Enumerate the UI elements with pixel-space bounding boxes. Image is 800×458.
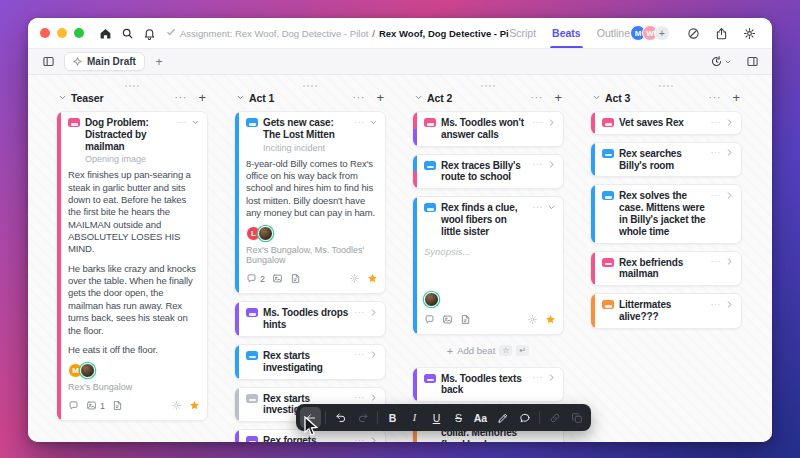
text-style-button[interactable]: Aa xyxy=(470,407,491,428)
favorite-star-icon[interactable] xyxy=(367,270,378,288)
expand-card-icon[interactable] xyxy=(547,118,556,127)
script-note-icon[interactable] xyxy=(112,397,123,415)
photo-avatar[interactable] xyxy=(258,226,273,241)
home-icon[interactable] xyxy=(94,22,116,44)
column-menu-icon[interactable]: ··· xyxy=(174,93,187,103)
add-card-button[interactable]: + xyxy=(554,91,562,104)
beat-synopsis-paragraph[interactable]: He eats it off the floor. xyxy=(68,344,200,356)
card-settings-gear-icon[interactable] xyxy=(349,270,360,288)
expand-card-icon[interactable] xyxy=(369,350,378,359)
column-drag-handle[interactable] xyxy=(302,85,318,87)
back-button[interactable] xyxy=(300,407,321,428)
card-menu-icon[interactable]: ··· xyxy=(711,118,722,127)
draft-tab-main-draft[interactable]: Main Draft xyxy=(64,52,145,71)
search-icon[interactable] xyxy=(116,22,138,44)
card-menu-icon[interactable]: ··· xyxy=(711,257,722,266)
expand-card-icon[interactable] xyxy=(547,373,556,382)
bold-button[interactable]: B xyxy=(382,407,403,428)
column-drag-handle[interactable] xyxy=(480,85,496,87)
beat-card[interactable]: Rex forgets anniversary, Ms. Toodles is … xyxy=(234,429,386,442)
minimize-window-button[interactable] xyxy=(57,28,67,38)
tab-beats[interactable]: Beats xyxy=(552,18,581,48)
card-menu-icon[interactable]: ··· xyxy=(355,436,366,442)
beat-card[interactable]: Rex solves the case. Mittens were in Bil… xyxy=(590,184,742,243)
notifications-bell-icon[interactable] xyxy=(138,22,160,44)
add-card-button[interactable]: + xyxy=(376,91,384,104)
add-card-button[interactable]: + xyxy=(198,91,206,104)
version-history-button[interactable] xyxy=(710,55,732,68)
italic-button[interactable]: I xyxy=(404,407,425,428)
card-menu-icon[interactable]: ··· xyxy=(355,393,366,402)
script-note-icon[interactable] xyxy=(460,311,471,329)
beat-card[interactable]: Dog Problem: Distracted by mailman···Ope… xyxy=(56,111,208,421)
highlight-button[interactable] xyxy=(492,407,513,428)
beat-card[interactable]: Ms. Toodles drops hints··· xyxy=(234,301,386,337)
beat-card[interactable]: Ms. Toodles texts back··· xyxy=(412,367,564,403)
column-menu-icon[interactable]: ··· xyxy=(352,93,365,103)
add-card-button[interactable]: + xyxy=(732,91,740,104)
comment-button[interactable] xyxy=(514,407,535,428)
focus-mode-icon[interactable] xyxy=(682,22,704,44)
beat-synopsis-paragraph[interactable]: Rex finishes up pan-searing a steak in g… xyxy=(68,169,200,255)
add-draft-button[interactable]: + xyxy=(151,55,167,69)
add-beat-button[interactable]: +Add beat☆↵ xyxy=(412,342,564,360)
column-drag-handle[interactable] xyxy=(658,85,674,87)
comment-icon[interactable] xyxy=(246,270,257,288)
favorite-star-icon[interactable] xyxy=(189,397,200,415)
column-collapse-icon[interactable] xyxy=(592,93,601,102)
expand-card-icon[interactable] xyxy=(725,300,734,309)
beat-card[interactable]: Ms. Toodles won't answer calls··· xyxy=(412,111,564,147)
favorite-star-icon[interactable] xyxy=(545,311,556,329)
column-collapse-icon[interactable] xyxy=(414,93,423,102)
undo-button[interactable] xyxy=(330,407,351,428)
beat-card[interactable]: Rex starts investigating··· xyxy=(234,344,386,380)
card-settings-gear-icon[interactable] xyxy=(171,397,182,415)
beat-card[interactable]: Rex befriends mailman··· xyxy=(590,251,742,287)
share-icon[interactable] xyxy=(710,22,732,44)
beat-card[interactable]: Rex finds a clue, wool fibers on little … xyxy=(412,196,564,334)
add-collaborator-button[interactable]: + xyxy=(654,25,670,41)
expand-card-icon[interactable] xyxy=(725,148,734,157)
synopsis-placeholder[interactable]: Synopsis... xyxy=(424,246,556,257)
column-collapse-icon[interactable] xyxy=(58,93,67,102)
card-menu-icon[interactable]: ··· xyxy=(533,118,544,127)
breadcrumb[interactable]: Assignment: Rex Woof, Dog Detective - Pi… xyxy=(166,27,509,39)
tab-outline[interactable]: Outline xyxy=(597,18,630,48)
beat-card[interactable]: Rex searches Billy's room··· xyxy=(590,142,742,178)
collapse-card-icon[interactable] xyxy=(547,203,556,212)
expand-card-icon[interactable] xyxy=(725,118,734,127)
card-menu-icon[interactable]: ··· xyxy=(533,203,544,212)
card-menu-icon[interactable]: ··· xyxy=(355,118,366,127)
image-attachment-icon[interactable] xyxy=(442,311,453,329)
underline-button[interactable]: U xyxy=(426,407,447,428)
collapse-card-icon[interactable] xyxy=(191,118,200,127)
expand-card-icon[interactable] xyxy=(547,160,556,169)
beat-synopsis-paragraph[interactable]: He barks like crazy and knocks over the … xyxy=(68,263,200,337)
image-attachment-icon[interactable] xyxy=(272,270,283,288)
card-menu-icon[interactable]: ··· xyxy=(711,191,722,200)
breadcrumb-assignment[interactable]: Assignment: Rex Woof, Dog Detective - Pi… xyxy=(180,28,368,39)
expand-card-icon[interactable] xyxy=(725,191,734,200)
card-menu-icon[interactable]: ··· xyxy=(355,350,366,359)
collapse-card-icon[interactable] xyxy=(369,118,378,127)
close-window-button[interactable] xyxy=(40,28,50,38)
photo-avatar[interactable] xyxy=(424,292,439,307)
card-menu-icon[interactable]: ··· xyxy=(533,373,544,382)
tab-script[interactable]: Script xyxy=(509,18,536,48)
expand-card-icon[interactable] xyxy=(725,257,734,266)
expand-card-icon[interactable] xyxy=(369,393,378,402)
card-menu-icon[interactable]: ··· xyxy=(711,300,722,309)
card-menu-icon[interactable]: ··· xyxy=(533,160,544,169)
expand-card-icon[interactable] xyxy=(369,436,378,442)
panel-layout-icon[interactable] xyxy=(742,52,762,72)
zoom-window-button[interactable] xyxy=(74,28,84,38)
beat-card[interactable]: Littermates alive???··· xyxy=(590,293,742,329)
card-menu-icon[interactable]: ··· xyxy=(177,118,188,127)
column-menu-icon[interactable]: ··· xyxy=(530,93,543,103)
strikethrough-button[interactable]: S xyxy=(448,407,469,428)
column-collapse-icon[interactable] xyxy=(236,93,245,102)
expand-card-icon[interactable] xyxy=(369,308,378,317)
column-drag-handle[interactable] xyxy=(124,85,140,87)
card-settings-gear-icon[interactable] xyxy=(527,311,538,329)
image-attachment-icon[interactable] xyxy=(86,397,97,415)
